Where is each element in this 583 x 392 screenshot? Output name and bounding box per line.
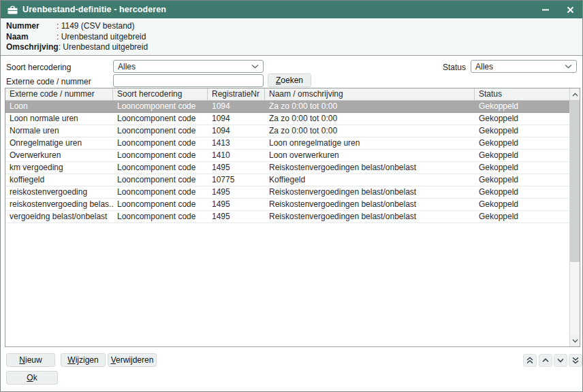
cell-registratienr: 1495 xyxy=(208,186,265,198)
table-row[interactable]: reiskostenvergoeding Looncomponent code … xyxy=(5,186,569,199)
table-row[interactable]: Normale uren Looncomponent code 1094 Za … xyxy=(5,125,569,137)
cell-status: Gekoppeld xyxy=(475,150,569,161)
cell-soort: Looncomponent code xyxy=(113,162,208,174)
cell-registratienr: 1495 xyxy=(208,162,265,174)
cell-soort: Looncomponent code xyxy=(113,174,208,186)
minimize-icon[interactable] xyxy=(540,4,551,15)
cell-externe-code: Overwerkuren xyxy=(5,150,113,161)
chevron-down-icon[interactable] xyxy=(554,354,567,367)
cell-status: Gekoppeld xyxy=(475,125,569,137)
table-row[interactable]: Overwerkuren Looncomponent code 1410 Loo… xyxy=(5,150,569,162)
status-value: Alles xyxy=(475,62,493,71)
soort-hercodering-label: Soort hercodering xyxy=(6,63,71,72)
cell-externe-code: koffiegeld xyxy=(5,174,113,186)
cell-soort: Looncomponent code xyxy=(113,125,208,137)
cell-naam: Za zo 0:00 tot 0:00 xyxy=(265,113,475,125)
cell-externe-code: reiskostenvergoeding belas... xyxy=(5,199,113,210)
chevron-down-icon xyxy=(565,64,572,69)
cell-registratienr: 1495 xyxy=(208,211,265,223)
ok-button[interactable]: Ok xyxy=(6,371,58,385)
cell-externe-code: Loon xyxy=(5,101,113,112)
cell-soort: Looncomponent code xyxy=(113,101,208,112)
chevron-down-icon[interactable] xyxy=(570,335,580,346)
cell-externe-code: vergoeidng belast/onbelast xyxy=(5,211,113,223)
close-icon[interactable] xyxy=(565,4,576,15)
cell-soort: Looncomponent code xyxy=(113,199,208,210)
cell-status: Gekoppeld xyxy=(475,199,569,210)
column-header-status[interactable]: Status xyxy=(475,88,569,100)
scrollbar-track[interactable] xyxy=(570,262,580,335)
cell-soort: Looncomponent code xyxy=(113,150,208,161)
cell-naam: Reiskostenvergoedingen belast/onbelast xyxy=(265,186,475,198)
cell-status: Gekoppeld xyxy=(475,162,569,174)
cell-registratienr: 10775 xyxy=(208,174,265,186)
externe-code-label: Externe code / nummer xyxy=(6,77,91,86)
cell-externe-code: reiskostenvergoeding xyxy=(5,186,113,198)
cell-status: Gekoppeld xyxy=(475,101,569,112)
naam-value: : Urenbestand uitgebreid xyxy=(57,32,146,43)
column-header-soort-hercodering[interactable]: Soort hercodering xyxy=(113,88,208,100)
hercodering-table: Externe code / nummer Soort hercodering … xyxy=(5,88,580,347)
window-title: Urenbestand-definitie - hercoderen xyxy=(22,5,166,14)
cell-externe-code: Onregelmatige uren xyxy=(5,137,113,149)
cell-externe-code: Loon normale uren xyxy=(5,113,113,125)
chevron-down-icon xyxy=(251,64,259,69)
column-header-registratienr[interactable]: RegistratieNr xyxy=(208,88,265,100)
vertical-scrollbar[interactable] xyxy=(569,88,580,346)
table-row[interactable]: Loon Looncomponent code 1094 Za zo 0:00 … xyxy=(5,101,569,113)
cell-soort: Looncomponent code xyxy=(113,113,208,125)
cell-registratienr: 1094 xyxy=(208,125,265,137)
table-row[interactable]: Onregelmatige uren Looncomponent code 14… xyxy=(5,137,569,150)
table-row[interactable]: Loon normale uren Looncomponent code 109… xyxy=(5,113,569,125)
column-header-naam-omschrijving[interactable]: Naam / omschrijving xyxy=(265,88,475,100)
cell-soort: Looncomponent code xyxy=(113,211,208,223)
cell-status: Gekoppeld xyxy=(475,211,569,223)
briefcase-icon xyxy=(7,5,18,14)
status-select[interactable]: Alles xyxy=(471,60,577,73)
table-header-row: Externe code / nummer Soort hercodering … xyxy=(5,88,569,101)
cell-status: Gekoppeld xyxy=(475,137,569,149)
cell-naam: Reiskostenvergoedingen belast/onbelast xyxy=(265,162,475,174)
nummer-value: : 1149 (CSV bestand) xyxy=(57,21,135,32)
omschrijving-label: Omschrijving xyxy=(6,42,59,53)
cell-naam: Reiskostenvergoedingen belast/onbelast xyxy=(265,199,475,210)
table-row[interactable]: km vergoeding Looncomponent code 1495 Re… xyxy=(5,162,569,174)
soort-hercodering-value: Alles xyxy=(118,62,136,71)
dialog-window: Urenbestand-definitie - hercoderen Numme… xyxy=(0,0,583,392)
cell-naam: Reiskostenvergoedingen belast/onbelast xyxy=(265,211,475,223)
nummer-label: Nummer xyxy=(6,21,57,32)
nieuw-button[interactable]: Nieuw xyxy=(6,353,55,367)
cell-soort: Looncomponent code xyxy=(113,186,208,198)
cell-registratienr: 1495 xyxy=(208,199,265,210)
table-row[interactable]: vergoeidng belast/onbelast Looncomponent… xyxy=(5,211,569,223)
wijzigen-button[interactable]: Wijzigen xyxy=(61,353,106,367)
cell-registratienr: 1410 xyxy=(208,150,265,161)
cell-status: Gekoppeld xyxy=(475,113,569,125)
cell-externe-code: km vergoeding xyxy=(5,162,113,174)
cell-registratienr: 1413 xyxy=(208,137,265,149)
cell-naam: Loon overwerkuren xyxy=(265,150,475,161)
omschrijving-value: : Urenbestand uitgebreid xyxy=(59,42,148,53)
table-row[interactable]: reiskostenvergoeding belas... Looncompon… xyxy=(5,199,569,211)
zoeken-button[interactable]: Zoeken xyxy=(268,74,311,87)
cell-naam: Za zo 0:00 tot 0:00 xyxy=(265,101,475,112)
table-row[interactable]: koffiegeld Looncomponent code 10775 Koff… xyxy=(5,174,569,186)
chevron-up-icon[interactable] xyxy=(539,354,552,367)
double-chevron-down-icon[interactable] xyxy=(569,354,582,367)
chevron-up-icon[interactable] xyxy=(570,88,580,100)
cell-registratienr: 1094 xyxy=(208,113,265,125)
cell-registratienr: 1094 xyxy=(208,101,265,112)
record-info-panel: Nummer : 1149 (CSV bestand) Naam : Urenb… xyxy=(1,18,582,56)
cell-status: Gekoppeld xyxy=(475,174,569,186)
title-bar: Urenbestand-definitie - hercoderen xyxy=(1,1,582,18)
naam-label: Naam xyxy=(6,32,57,43)
cell-naam: Loon onregelmatige uren xyxy=(265,137,475,149)
soort-hercodering-select[interactable]: Alles xyxy=(113,60,264,73)
scrollbar-thumb[interactable] xyxy=(570,100,580,262)
externe-code-input[interactable] xyxy=(113,74,264,87)
double-chevron-up-icon[interactable] xyxy=(523,354,537,367)
column-header-externe-code[interactable]: Externe code / nummer xyxy=(5,88,113,100)
cell-status: Gekoppeld xyxy=(475,186,569,198)
cell-naam: Koffiegeld xyxy=(265,174,475,186)
verwijderen-button[interactable]: Verwijderen xyxy=(108,353,157,367)
